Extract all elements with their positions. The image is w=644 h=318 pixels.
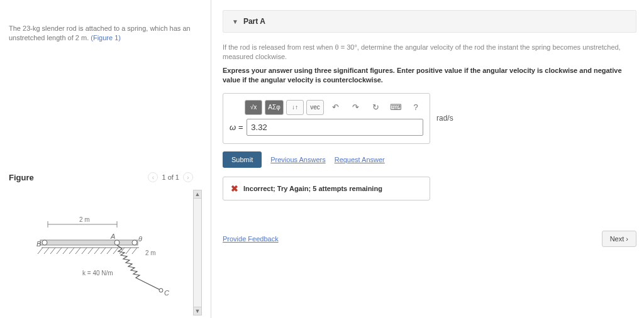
figure-body: 2 m B A θ [9,190,202,315]
figure-header: Figure ‹ 1 of 1 › [9,168,202,186]
left-pane: The 23-kg slender rod is attached to a s… [0,0,211,318]
svg-point-6 [132,240,137,245]
label-theta: θ [138,235,142,243]
next-button[interactable]: Next › [602,231,636,247]
figure-prev-button[interactable]: ‹ [148,172,158,182]
svg-line-18 [101,248,106,254]
label-a: A [110,233,115,240]
label-c: C [164,289,169,297]
instruction-text: Express your answer using three signific… [223,66,636,85]
feedback-text: Incorrect; Try Again; 5 attempts remaini… [243,185,382,192]
tool-template-button[interactable]: √x [245,100,262,115]
figure-diagram: 2 m B A θ [29,215,180,303]
svg-point-4 [42,240,47,245]
answer-panel: √x ΑΣφ ↓↑ vec ↶ ↷ ↻ ⌨ ? ω = [223,93,430,144]
figure-link[interactable]: (Figure 1) [91,34,121,41]
help-icon[interactable]: ? [407,100,425,115]
redo-icon[interactable]: ↷ [347,100,364,115]
svg-line-19 [107,248,112,254]
scroll-down-icon[interactable]: ▼ [193,307,202,315]
action-row: Submit Previous Answers Request Answer [223,151,636,168]
figure-title: Figure [9,173,34,182]
units-label: rad/s [430,114,453,123]
svg-line-12 [63,248,68,254]
part-title: Part A [243,17,265,26]
svg-line-10 [50,248,55,254]
svg-line-22 [126,248,131,254]
provide-feedback-link[interactable]: Provide Feedback [223,235,279,243]
label-k: k = 40 N/m [82,270,113,277]
scroll-up-icon[interactable]: ▲ [193,190,202,199]
svg-line-9 [44,248,49,254]
svg-line-14 [75,248,80,254]
tool-vec-button[interactable]: vec [306,100,324,115]
svg-point-24 [159,288,163,292]
figure-pager: ‹ 1 of 1 › [148,172,193,182]
tool-subsup-button[interactable]: ↓↑ [286,100,304,115]
undo-icon[interactable]: ↶ [326,100,344,115]
svg-point-5 [114,240,119,245]
scroll-track[interactable] [193,199,202,307]
figure-next-button[interactable]: › [183,172,193,182]
variable-label: ω = [230,123,243,132]
answer-input[interactable] [247,119,423,136]
svg-line-23 [132,248,137,254]
part-header[interactable]: ▼ Part A [223,10,636,33]
submit-button[interactable]: Submit [223,151,262,168]
feedback-box: ✖ Incorrect; Try Again; 5 attempts remai… [223,177,430,200]
problem-statement: The 23-kg slender rod is attached to a s… [9,6,202,43]
right-pane: ▼ Part A If the rod is released from res… [211,0,644,318]
svg-line-8 [38,248,43,254]
formula-toolbar: √x ΑΣφ ↓↑ vec ↶ ↷ ↻ ⌨ ? [223,94,430,119]
figure-canvas: 2 m B A θ [9,190,193,315]
svg-line-11 [57,248,62,254]
svg-line-15 [82,248,87,254]
svg-rect-3 [40,240,138,245]
request-answer-link[interactable]: Request Answer [335,156,385,163]
previous-answers-link[interactable]: Previous Answers [270,156,325,163]
svg-line-13 [69,248,74,254]
chevron-down-icon: ▼ [232,18,238,25]
figure-scrollbar[interactable]: ▲ ▼ [193,190,202,315]
reset-icon[interactable]: ↻ [367,100,384,115]
dim-top-label: 2 m [79,216,90,223]
figure-counter: 1 of 1 [162,173,179,181]
dim-side-label: 2 m [145,249,156,256]
svg-line-16 [88,248,93,254]
svg-line-17 [94,248,99,254]
question-text: If the rod is released from rest when θ … [223,43,636,62]
label-b: B [36,240,41,248]
answer-row: ω = [223,119,430,143]
tool-symbols-button[interactable]: ΑΣφ [265,100,284,115]
keyboard-icon[interactable]: ⌨ [387,100,404,115]
footer-row: Provide Feedback Next › [223,231,636,247]
incorrect-icon: ✖ [231,184,238,194]
svg-line-20 [113,248,118,254]
